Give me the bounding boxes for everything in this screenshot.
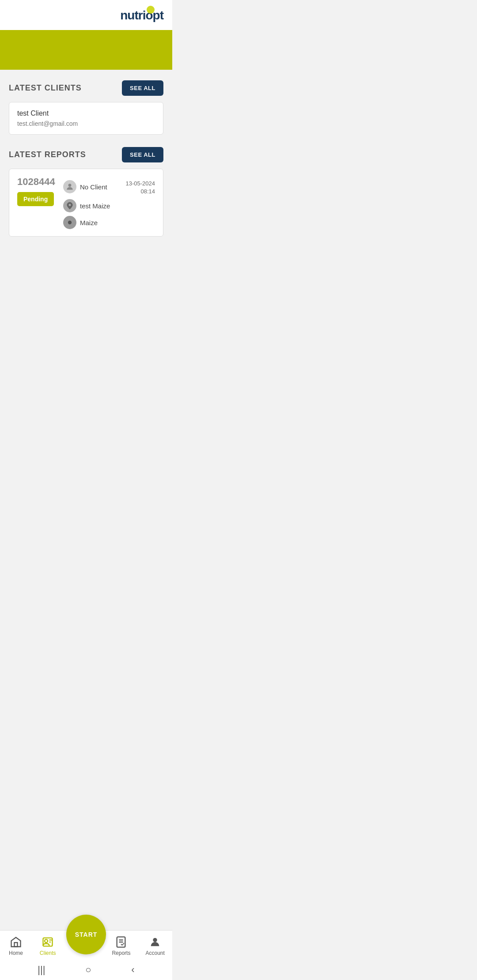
farm-avatar-icon xyxy=(63,199,76,212)
app-header: nutriopt xyxy=(0,0,172,30)
client-email: test.client@gmail.com xyxy=(17,120,155,127)
report-farm-row: test Maize xyxy=(63,199,155,212)
latest-clients-title: LATEST CLIENTS xyxy=(9,83,82,93)
latest-clients-header: LATEST CLIENTS SEE ALL xyxy=(9,80,163,96)
latest-reports-header: LATEST REPORTS SEE ALL xyxy=(9,147,163,162)
reports-see-all-button[interactable]: SEE ALL xyxy=(122,147,163,162)
report-card[interactable]: 1028444 Pending No Client 13-05-2024 08:… xyxy=(9,169,163,237)
report-status-badge: Pending xyxy=(17,192,54,206)
clients-see-all-button[interactable]: SEE ALL xyxy=(122,80,163,96)
report-client-row: No Client 13-05-2024 08:14 xyxy=(63,178,155,196)
logo-o-letter: o xyxy=(145,8,152,23)
crop-avatar-icon xyxy=(63,216,76,229)
app-logo: nutriopt xyxy=(120,8,163,23)
client-avatar-icon xyxy=(63,180,76,193)
svg-point-0 xyxy=(68,184,72,187)
report-crop-label: Maize xyxy=(80,219,98,226)
logo-circle-decoration xyxy=(147,6,155,14)
report-farm-label: test Maize xyxy=(80,202,110,210)
report-no-client-label: No Client xyxy=(80,183,107,191)
main-content: LATEST CLIENTS SEE ALL test Client test.… xyxy=(0,70,172,247)
report-date: 13-05-2024 08:14 xyxy=(126,178,155,196)
logo-main-text: nutri xyxy=(120,8,145,22)
hero-banner xyxy=(0,30,172,70)
report-details: No Client 13-05-2024 08:14 test Maize xyxy=(63,176,155,229)
report-crop-row: Maize xyxy=(63,216,155,229)
client-name: test Client xyxy=(17,109,155,117)
report-id: 1028444 xyxy=(17,176,55,188)
svg-point-1 xyxy=(68,221,72,224)
client-card[interactable]: test Client test.client@gmail.com xyxy=(9,102,163,135)
latest-reports-title: LATEST REPORTS xyxy=(9,150,86,159)
report-left-panel: 1028444 Pending xyxy=(17,176,57,206)
